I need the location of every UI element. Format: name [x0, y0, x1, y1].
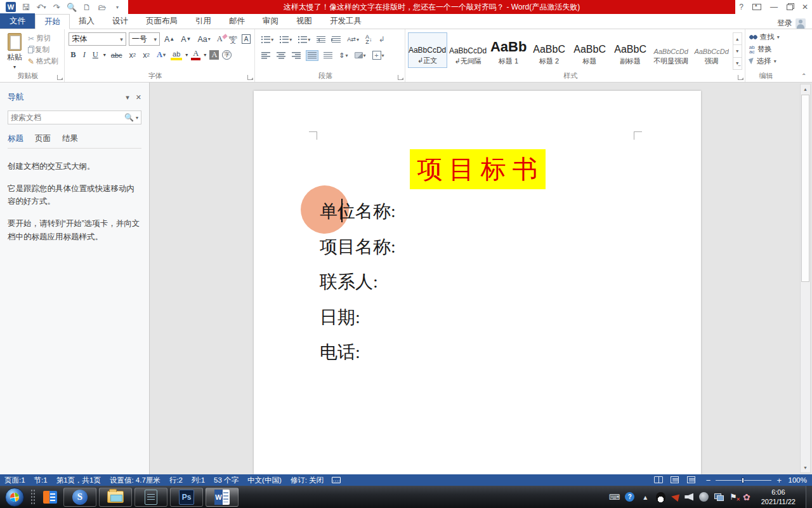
- document-page[interactable]: 项目标书 单位名称: 项目名称: 联系人: 日期: 电话:: [254, 91, 701, 474]
- show-desktop-button[interactable]: [806, 486, 812, 508]
- style-subtle-emphasis[interactable]: AaBbCcDd不明显强调: [652, 32, 691, 68]
- bullets-button[interactable]: ▾: [260, 35, 275, 44]
- zoom-in-button[interactable]: +: [776, 476, 782, 485]
- navigation-options-icon[interactable]: ▾: [126, 93, 129, 102]
- character-border-button[interactable]: A: [242, 34, 251, 44]
- close-button[interactable]: ✕: [802, 3, 808, 11]
- style-heading1[interactable]: AaBb标题 1: [489, 32, 528, 68]
- strikethrough-button[interactable]: abc: [109, 51, 124, 60]
- bold-button[interactable]: B: [69, 50, 77, 60]
- read-mode-icon[interactable]: [650, 476, 667, 485]
- taskbar-notepad[interactable]: [134, 488, 167, 507]
- status-language[interactable]: 中文(中国): [243, 476, 286, 485]
- change-case-button[interactable]: Aa▾: [195, 34, 212, 44]
- style-heading2[interactable]: AaBbC标题 2: [530, 32, 569, 68]
- enclose-characters-button[interactable]: 字: [222, 50, 232, 60]
- document-search-box[interactable]: 🔍 ▾: [8, 110, 141, 124]
- show-hide-marks-button[interactable]: ↲: [377, 34, 386, 45]
- taskbar-sogou-browser[interactable]: S: [63, 488, 96, 507]
- undo-icon[interactable]: ↶▾: [36, 1, 47, 13]
- doc-line-contact[interactable]: 联系人:: [320, 264, 396, 300]
- underline-button[interactable]: U: [91, 50, 100, 60]
- status-line[interactable]: 行:2: [165, 476, 187, 485]
- line-spacing-button[interactable]: ⇕▾: [337, 50, 349, 61]
- increase-indent-button[interactable]: [331, 35, 342, 44]
- search-options-icon[interactable]: ▾: [136, 115, 138, 121]
- input-method-icon[interactable]: ⌨: [609, 492, 619, 502]
- copy-button[interactable]: 复制: [28, 45, 58, 55]
- status-set-value[interactable]: 设置值: 4.7厘米: [105, 476, 165, 485]
- font-dialog-launcher-icon[interactable]: [247, 75, 252, 80]
- italic-button[interactable]: I: [81, 50, 88, 60]
- sign-in[interactable]: 登录: [777, 18, 812, 29]
- style-title[interactable]: AaBbC标题: [570, 32, 610, 68]
- taskbar-video-app[interactable]: [39, 488, 61, 507]
- security-app-icon[interactable]: [699, 492, 709, 502]
- grow-font-button[interactable]: A▲: [162, 34, 176, 44]
- style-normal[interactable]: AaBbCcDd↲正文: [408, 32, 447, 68]
- scroll-up-icon[interactable]: ▲: [801, 84, 810, 94]
- highlight-color-button[interactable]: ab: [171, 50, 182, 60]
- clear-formatting-button[interactable]: A: [215, 34, 225, 44]
- superscript-button[interactable]: x2: [141, 50, 152, 60]
- tab-insert[interactable]: 插入: [70, 13, 103, 29]
- start-button[interactable]: [5, 488, 24, 507]
- tab-view[interactable]: 视图: [287, 13, 321, 29]
- tab-references[interactable]: 引用: [187, 13, 220, 29]
- status-track-changes[interactable]: 修订: 关闭: [286, 476, 328, 485]
- sort-button[interactable]: AZ↓: [364, 33, 374, 46]
- zoom-slider[interactable]: [716, 480, 771, 481]
- font-name-combobox[interactable]: 宋体▾: [69, 32, 126, 46]
- taskbar-photoshop[interactable]: Ps: [170, 488, 203, 507]
- taskbar-word[interactable]: W: [206, 488, 239, 507]
- tab-review[interactable]: 审阅: [254, 13, 287, 29]
- doc-line-project[interactable]: 项目名称:: [320, 229, 396, 265]
- doc-line-company[interactable]: 单位名称:: [320, 194, 396, 229]
- highlight-dropdown-icon[interactable]: ▾: [185, 52, 188, 58]
- nav-tab-headings[interactable]: 标题: [8, 133, 23, 144]
- qq-icon[interactable]: [656, 492, 665, 502]
- cut-button[interactable]: ✂剪切: [28, 34, 58, 43]
- clipboard-dialog-launcher-icon[interactable]: [57, 75, 62, 80]
- paragraph-dialog-launcher-icon[interactable]: [398, 75, 403, 80]
- nav-tab-pages[interactable]: 页面: [35, 133, 51, 144]
- status-page-count[interactable]: 第1页，共1页: [52, 476, 105, 485]
- format-painter-button[interactable]: ✎格式刷: [28, 57, 58, 66]
- replace-button[interactable]: abac替换: [747, 43, 794, 55]
- print-layout-icon[interactable]: [667, 476, 683, 485]
- navigation-close-icon[interactable]: ✕: [136, 93, 141, 102]
- doc-line-date[interactable]: 日期:: [320, 300, 396, 335]
- open-icon[interactable]: 🗁: [96, 1, 108, 13]
- zoom-percentage[interactable]: 100%: [788, 476, 812, 484]
- tray-expand-icon[interactable]: ▴: [640, 492, 650, 502]
- status-section[interactable]: 节:1: [30, 476, 52, 485]
- tab-design[interactable]: 设计: [103, 13, 137, 29]
- status-page[interactable]: 页面:1: [0, 476, 30, 485]
- zoom-out-button[interactable]: −: [706, 476, 711, 485]
- font-color-button[interactable]: A: [191, 50, 200, 60]
- help-button[interactable]: ?: [739, 3, 743, 11]
- styles-scroll-up-icon[interactable]: ▲: [733, 33, 742, 45]
- align-center-button[interactable]: [275, 51, 287, 60]
- web-layout-icon[interactable]: [683, 476, 700, 485]
- multilevel-list-button[interactable]: ▾: [297, 35, 311, 44]
- tab-home[interactable]: 开始: [35, 14, 70, 29]
- taskbar-file-explorer[interactable]: [99, 488, 132, 507]
- subscript-button[interactable]: x2: [128, 50, 138, 60]
- new-document-icon[interactable]: 🗋: [81, 1, 93, 13]
- taskbar-clock[interactable]: 6:06 2021/11/22: [756, 488, 801, 507]
- status-column[interactable]: 列:1: [187, 476, 209, 485]
- doc-line-phone[interactable]: 电话:: [320, 335, 396, 370]
- style-subtitle[interactable]: AaBbC副标题: [611, 32, 650, 68]
- search-icon[interactable]: 🔍: [124, 113, 134, 122]
- styles-scroll-down-icon[interactable]: ▼: [733, 45, 742, 57]
- shrink-font-button[interactable]: A▼: [179, 34, 193, 44]
- shading-button[interactable]: ▾: [353, 51, 367, 60]
- align-left-button[interactable]: [260, 51, 272, 60]
- tab-mailings[interactable]: 邮件: [220, 13, 254, 29]
- nav-tab-results[interactable]: 结果: [62, 133, 78, 144]
- redo-icon[interactable]: ↷: [51, 1, 62, 13]
- distribute-button[interactable]: [322, 51, 334, 60]
- keyboard-status-icon[interactable]: [332, 477, 341, 483]
- ribbon-display-options-icon[interactable]: [752, 4, 761, 10]
